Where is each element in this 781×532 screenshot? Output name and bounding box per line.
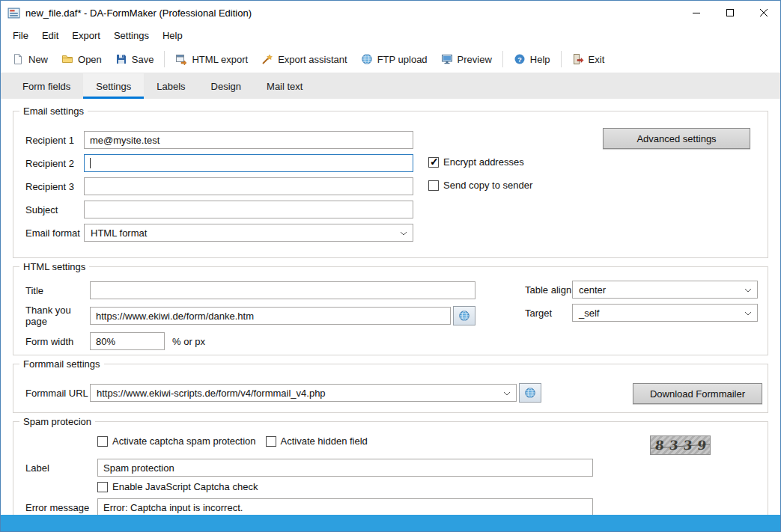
menu-export[interactable]: Export: [65, 27, 107, 44]
tab-design[interactable]: Design: [198, 73, 254, 99]
tab-strip: Form fields Settings Labels Design Mail …: [1, 73, 780, 99]
recipient1-label: Recipient 1: [25, 135, 84, 146]
html-settings-group-label: HTML settings: [19, 261, 89, 272]
menu-help[interactable]: Help: [156, 27, 189, 44]
formmail-url-combobox[interactable]: https://www.ekiwi-scripts.de/form/v4/for…: [90, 384, 517, 402]
help-icon: ?: [514, 53, 526, 65]
new-button-label: New: [28, 54, 48, 65]
open-formmail-url-button[interactable]: [519, 383, 541, 403]
email-format-select[interactable]: HTML format: [84, 224, 413, 242]
activate-hidden-field-label: Activate hidden field: [281, 435, 368, 447]
text-caret: [90, 158, 91, 168]
save-icon: [115, 53, 127, 65]
error-message-label: Error message: [25, 502, 97, 513]
form-width-suffix: % or px: [172, 336, 205, 347]
minimize-button[interactable]: [679, 1, 713, 25]
app-icon: [7, 7, 20, 19]
html-export-button-label: HTML export: [192, 54, 248, 65]
ftp-upload-button-label: FTP upload: [377, 54, 428, 65]
tab-label: Mail text: [267, 81, 303, 92]
spam-label-input[interactable]: [97, 459, 593, 477]
recipient1-input[interactable]: [84, 131, 413, 149]
toolbar-separator: [502, 51, 503, 67]
checkbox-box: [428, 157, 439, 168]
spam-protection-group: Spam protecion Activate captcha spam pro…: [13, 421, 768, 515]
recipient3-input[interactable]: [84, 177, 413, 195]
download-formmailer-button[interactable]: Download Formmailer: [633, 383, 762, 404]
new-button[interactable]: New: [5, 49, 55, 69]
title-input[interactable]: [90, 281, 475, 299]
thank-you-page-input[interactable]: [90, 307, 451, 325]
chevron-down-icon: [400, 231, 407, 236]
tab-label: Design: [211, 81, 241, 92]
recipient2-label: Recipient 2: [25, 158, 84, 169]
table-align-value: center: [579, 284, 606, 296]
recipient2-input[interactable]: [84, 154, 413, 172]
activate-captcha-checkbox[interactable]: Activate captcha spam protection: [97, 435, 256, 447]
exit-button-label: Exit: [589, 54, 605, 65]
target-label: Target: [525, 308, 552, 319]
app-window: new_file.daf* - DA-FormMaker (Profession…: [0, 0, 781, 532]
spam-label-label: Label: [25, 462, 97, 474]
tab-mail-text[interactable]: Mail text: [254, 73, 315, 99]
tab-label: Labels: [156, 81, 185, 92]
checkbox-box: [266, 436, 276, 447]
exit-button[interactable]: Exit: [565, 49, 612, 69]
open-button[interactable]: Open: [55, 49, 109, 69]
menu-edit[interactable]: Edit: [35, 27, 65, 44]
activate-hidden-field-checkbox[interactable]: Activate hidden field: [266, 435, 368, 447]
error-message-input[interactable]: [97, 498, 593, 515]
toolbar-separator: [164, 51, 165, 67]
enable-js-captcha-checkbox[interactable]: Enable JavaScript Captcha check: [97, 481, 258, 492]
formmail-settings-group-label: Formmail settings: [19, 358, 104, 370]
spam-protection-group-label: Spam protecion: [19, 416, 95, 427]
preview-button[interactable]: Preview: [434, 49, 499, 69]
minimize-icon: [693, 9, 700, 16]
html-export-icon: [175, 53, 187, 65]
window-title: new_file.daf* - DA-FormMaker (Profession…: [25, 7, 679, 19]
form-width-label: Form width: [25, 336, 90, 347]
checkbox-box: [97, 436, 108, 447]
export-assistant-button[interactable]: Export assistant: [255, 49, 354, 69]
close-button[interactable]: [747, 1, 780, 25]
checkbox-box: [428, 180, 439, 191]
formmail-url-value: https://www.ekiwi-scripts.de/form/v4/for…: [97, 388, 326, 399]
menu-bar: File Edit Export Settings Help: [1, 25, 780, 46]
toolbar: New Open Save HTML export Export assista…: [1, 46, 780, 73]
thank-you-page-label: Thank you page: [25, 305, 90, 327]
send-copy-checkbox[interactable]: Send copy to sender: [428, 180, 532, 191]
menu-file[interactable]: File: [6, 27, 35, 44]
new-document-icon: [12, 53, 24, 65]
tab-form-fields[interactable]: Form fields: [10, 73, 83, 99]
save-button[interactable]: Save: [109, 49, 161, 69]
ftp-upload-icon: [361, 53, 373, 65]
checkbox-box: [97, 482, 108, 492]
maximize-button[interactable]: [713, 1, 747, 25]
svg-text:?: ?: [517, 56, 522, 64]
menu-settings[interactable]: Settings: [107, 27, 156, 44]
target-select[interactable]: _self: [572, 304, 758, 322]
advanced-settings-button[interactable]: Advanced settings: [603, 128, 750, 149]
ftp-upload-button[interactable]: FTP upload: [354, 49, 434, 69]
formmail-settings-group: Formmail settings Formmail URL https://w…: [13, 364, 768, 413]
open-thank-you-url-button[interactable]: [453, 306, 475, 325]
subject-label: Subject: [25, 204, 84, 215]
activate-captcha-label: Activate captcha spam protection: [112, 435, 256, 447]
table-align-select[interactable]: center: [572, 281, 758, 299]
captcha-digits: 8339: [650, 438, 711, 453]
help-button[interactable]: ? Help: [507, 49, 557, 69]
encrypt-addresses-checkbox[interactable]: Encrypt addresses: [428, 156, 524, 168]
html-settings-group: HTML settings Title Thank you page Form …: [13, 266, 768, 355]
enable-js-captcha-label: Enable JavaScript Captcha check: [112, 481, 258, 492]
recipient3-label: Recipient 3: [25, 181, 84, 192]
close-icon: [760, 9, 768, 16]
tab-settings[interactable]: Settings: [83, 73, 144, 99]
subject-input[interactable]: [84, 201, 413, 218]
status-bar: [1, 515, 780, 531]
html-export-button[interactable]: HTML export: [168, 49, 255, 69]
form-width-input[interactable]: [90, 332, 165, 350]
globe-icon: [458, 310, 470, 322]
tab-label: Form fields: [22, 81, 70, 92]
target-value: _self: [579, 308, 599, 319]
tab-labels[interactable]: Labels: [144, 73, 198, 99]
